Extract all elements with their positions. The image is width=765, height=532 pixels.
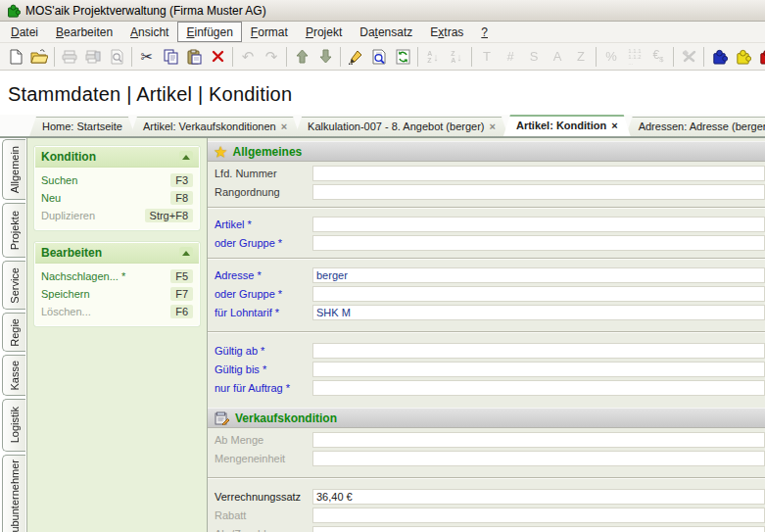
edit-button[interactable] — [344, 45, 367, 69]
close-icon[interactable]: × — [490, 121, 496, 132]
sort-descending-button[interactable]: ZA↓ — [445, 45, 468, 69]
module-blue-button[interactable] — [707, 45, 731, 69]
tab-adressen-adresse[interactable]: Adressen: Adresse (berger)× — [626, 117, 765, 136]
module-yellow-button[interactable] — [731, 45, 754, 69]
field-input-gueltig-bis[interactable] — [312, 362, 765, 377]
paste-button[interactable] — [182, 45, 206, 69]
menu-part: D — [11, 25, 20, 39]
action-neu[interactable]: NeuF8 — [35, 189, 199, 207]
panel-bearbeiten-header[interactable]: Bearbeiten — [35, 243, 199, 264]
new-document-button[interactable] — [4, 45, 27, 69]
field-input-adresse[interactable] — [312, 267, 765, 283]
find-button[interactable] — [367, 45, 391, 69]
action-speichern[interactable]: SpeichernF7 — [35, 285, 199, 303]
side-tab-regie[interactable]: Regie — [2, 313, 25, 352]
action-nachschlagen[interactable]: Nachschlagen... *F5 — [35, 267, 199, 285]
puzzle-blue-icon — [711, 48, 728, 65]
field-input-gueltig-ab[interactable] — [312, 343, 765, 359]
letter-a-icon: A — [553, 49, 562, 64]
menu-format[interactable]: Format — [242, 22, 297, 42]
side-tab-logistik[interactable]: Logistik — [2, 399, 25, 452]
field-input-rabatt[interactable] — [312, 508, 765, 523]
refresh-button[interactable] — [391, 45, 414, 69]
move-down-button[interactable] — [313, 45, 337, 69]
side-tab-allgemein[interactable]: Allgemein — [2, 139, 25, 200]
puzzle-red-icon — [758, 48, 765, 65]
collapse-button[interactable] — [179, 247, 193, 260]
field-input-rangordnung[interactable] — [312, 184, 765, 200]
field-input-oder-gruppe-adresse[interactable] — [312, 286, 765, 302]
cut-button[interactable]: ✂ — [135, 45, 159, 69]
menu-bearbeiten[interactable]: Bearbeiten — [47, 22, 121, 42]
format-z-button[interactable]: Z — [569, 45, 593, 69]
module-red-button[interactable] — [754, 45, 765, 69]
side-tab-subunternehmer[interactable]: Subunternehmer — [2, 455, 25, 532]
field-row: Artikel * — [208, 215, 765, 233]
menu-datensatz[interactable]: Datensatz — [351, 22, 421, 42]
format-number-button[interactable]: # — [499, 45, 522, 69]
field-group: Artikel * oder Gruppe * — [208, 213, 765, 254]
format-s-button[interactable]: S — [522, 45, 546, 69]
undo-button[interactable]: ↶ — [236, 45, 260, 69]
menu-label: ? — [481, 25, 488, 39]
menu-datei[interactable]: Datei — [2, 22, 47, 42]
tab-artikel-verkaufskonditionen[interactable]: Artikel: Verkaufskonditionen× — [130, 117, 300, 136]
sort-ascending-button[interactable]: AZ↓ — [421, 45, 445, 69]
field-row: für Lohntarif * — [208, 303, 765, 321]
close-icon[interactable]: × — [281, 121, 287, 132]
open-button[interactable] — [27, 45, 51, 69]
field-input-fuer-lohntarif[interactable] — [312, 305, 765, 320]
currency-button[interactable]: €$ — [646, 45, 670, 69]
action-suchen[interactable]: SuchenF3 — [35, 171, 199, 189]
delete-button[interactable] — [206, 45, 229, 69]
shortcut-badge: Strg+F8 — [145, 209, 193, 222]
percent-button[interactable]: % — [599, 45, 623, 69]
action-duplizieren[interactable]: DuplizierenStrg+F8 — [35, 207, 199, 224]
tab-home-startseite[interactable]: Home: Startseite — [29, 117, 135, 136]
format-a-button[interactable]: A — [546, 45, 569, 69]
field-input-artikel[interactable] — [312, 217, 765, 232]
action-loeschen[interactable]: Löschen...F6 — [35, 303, 199, 320]
redo-button[interactable]: ↷ — [260, 45, 283, 69]
menu-projekt[interactable]: Projekt — [297, 22, 351, 42]
field-input-verrechnungssatz[interactable] — [312, 489, 765, 505]
print-preview-button[interactable] — [105, 45, 128, 69]
side-tab-service[interactable]: Service — [2, 261, 25, 310]
outline-numbering-icon: 1.1.11.1.2... — [628, 48, 641, 66]
print-button[interactable] — [58, 45, 81, 69]
panel-kondition-header[interactable]: Kondition — [35, 147, 199, 168]
tab-kalkulation-007[interactable]: Kalkulation-007 - 8. Angebot (berger)× — [295, 117, 508, 136]
move-up-button[interactable] — [290, 45, 313, 69]
field-label-ab-menge: Ab Menge — [215, 434, 312, 446]
close-icon[interactable]: × — [611, 120, 617, 131]
side-tab-projekte[interactable]: Projekte — [2, 203, 25, 258]
field-row: Lfd. Nummer — [208, 164, 765, 182]
menu-einfuegen[interactable]: Einfügen — [177, 22, 241, 42]
field-label-adresse: Adresse * — [215, 269, 312, 281]
field-row: oder Gruppe * — [208, 284, 765, 303]
side-tab-kasse[interactable]: Kasse — [2, 355, 25, 396]
outline-numbering-button[interactable]: 1.1.11.1.2... — [623, 45, 646, 69]
field-input-ab-zuschlag[interactable] — [312, 526, 765, 532]
tab-artikel-kondition[interactable]: Artikel: Kondition× — [503, 115, 631, 136]
print-batch-button[interactable] — [81, 45, 105, 69]
toolbar-separator — [340, 47, 341, 67]
field-input-nur-fuer-auftrag[interactable] — [312, 380, 765, 396]
menu-label: Extras — [430, 25, 463, 39]
window-title: MOS'aik Projektverwaltung (Firma Muster … — [25, 4, 266, 18]
menu-ansicht[interactable]: Ansicht — [121, 22, 177, 42]
menu-extras[interactable]: Extras — [421, 22, 472, 42]
field-input-lfd-nummer[interactable] — [312, 166, 765, 181]
title-bar: MOS'aik Projektverwaltung (Firma Muster … — [0, 0, 765, 22]
tools-button[interactable] — [677, 45, 700, 69]
currency-icon: €$ — [652, 48, 663, 64]
field-input-oder-gruppe-artikel[interactable] — [312, 235, 765, 251]
copy-button[interactable] — [159, 45, 182, 69]
collapse-button[interactable] — [179, 151, 193, 164]
menu-help[interactable]: ? — [472, 22, 497, 42]
menu-part: Da — [359, 25, 374, 39]
field-input-mengeneinheit[interactable] — [312, 451, 765, 466]
content-area: Allgemein Projekte Service Regie Kasse L… — [0, 137, 765, 532]
format-text-button[interactable]: T — [475, 45, 499, 69]
field-input-ab-menge[interactable] — [312, 432, 765, 448]
